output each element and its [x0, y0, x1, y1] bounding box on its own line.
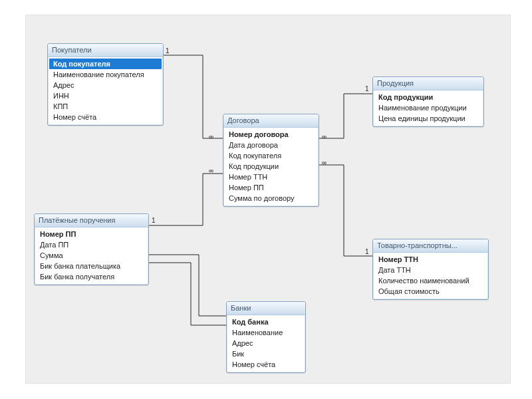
table-products[interactable]: Продукция Код продукции Наименование про…: [372, 76, 484, 127]
field[interactable]: КПП: [49, 101, 162, 112]
table-body: Номер договора Дата договора Код покупат…: [223, 128, 319, 206]
field[interactable]: Количество наименований: [374, 275, 487, 286]
table-buyers[interactable]: Покупатели Код покупателя Наименование п…: [47, 43, 164, 126]
table-title: Товарно-транспортны...: [373, 239, 488, 253]
table-title: Платёжные поручения: [35, 214, 148, 227]
field[interactable]: Сумма: [36, 250, 147, 261]
table-body: Код банка Наименование Адрес Бик Номер с…: [227, 315, 305, 372]
card-orders-many: ∞: [209, 167, 213, 174]
table-body: Номер ТТН Дата ТТН Количество наименован…: [373, 253, 488, 299]
field[interactable]: Дата договора: [225, 140, 317, 150]
field[interactable]: Бик банка плательщика: [36, 261, 147, 271]
table-body: Номер ПП Дата ПП Сумма Бик банка платель…: [35, 227, 148, 285]
table-orders[interactable]: Платёжные поручения Номер ПП Дата ПП Сум…: [34, 213, 149, 285]
card-ttn-one: 1: [365, 248, 369, 255]
table-banks[interactable]: Банки Код банка Наименование Адрес Бик Н…: [226, 301, 306, 373]
table-title: Продукция: [373, 77, 483, 90]
card-ttn-many: ∞: [322, 159, 327, 166]
table-ttn[interactable]: Товарно-транспортны... Номер ТТН Дата ТТ…: [372, 239, 489, 300]
table-body: Код продукции Наименование продукции Цен…: [373, 90, 483, 126]
field[interactable]: Номер договора: [225, 129, 317, 140]
field[interactable]: Бик: [228, 348, 304, 359]
card-products-many: ∞: [322, 133, 327, 140]
table-title: Договора: [223, 114, 319, 128]
field[interactable]: Номер ТТН: [225, 172, 317, 182]
erd-canvas[interactable]: 1 ∞ 1 ∞ 1 ∞ 1 ∞ Покупатели Код покупател…: [25, 15, 511, 384]
table-title: Банки: [227, 302, 305, 315]
field[interactable]: Наименование: [228, 327, 304, 338]
field[interactable]: Номер счёта: [49, 112, 162, 122]
field[interactable]: Код продукции: [374, 92, 482, 102]
field[interactable]: Адрес: [228, 338, 304, 348]
field[interactable]: Дата ТТН: [374, 265, 487, 275]
field[interactable]: Наименование покупателя: [49, 69, 162, 80]
field[interactable]: Наименование продукции: [374, 102, 482, 113]
field[interactable]: ИНН: [49, 90, 162, 101]
field[interactable]: Код банка: [228, 317, 304, 327]
field[interactable]: Общая стоимость: [374, 286, 487, 297]
field[interactable]: Сумма по договору: [225, 193, 317, 203]
field[interactable]: Номер ПП: [225, 182, 317, 193]
field[interactable]: Номер ПП: [36, 229, 147, 239]
field[interactable]: Цена единицы продукции: [374, 113, 482, 124]
table-title: Покупатели: [48, 44, 163, 57]
field[interactable]: Код продукции: [225, 161, 317, 172]
card-buyers-many: ∞: [209, 133, 213, 140]
field[interactable]: Код покупателя: [225, 150, 317, 161]
field[interactable]: Адрес: [49, 80, 162, 90]
table-contracts[interactable]: Договора Номер договора Дата договора Ко…: [223, 114, 319, 207]
viewport: 1 ∞ 1 ∞ 1 ∞ 1 ∞ Покупатели Код покупател…: [0, 0, 532, 399]
card-products-one: 1: [365, 85, 369, 92]
field[interactable]: Бик банка получателя: [36, 271, 147, 282]
card-orders-one: 1: [152, 217, 156, 224]
field[interactable]: Код покупателя: [49, 59, 162, 69]
field[interactable]: Дата ПП: [36, 239, 147, 250]
field[interactable]: Номер счёта: [228, 359, 304, 370]
table-body: Код покупателя Наименование покупателя А…: [48, 57, 163, 125]
card-buyers-one: 1: [166, 47, 170, 55]
field[interactable]: Номер ТТН: [374, 254, 487, 265]
